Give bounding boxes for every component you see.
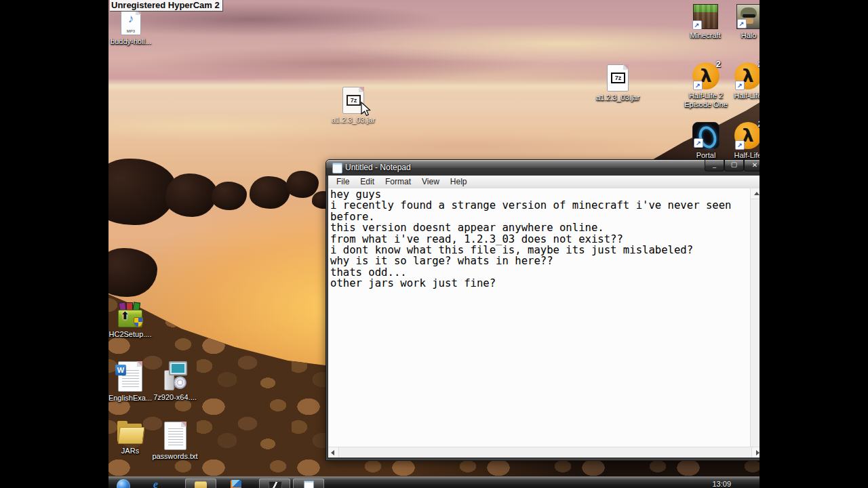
hypercam-watermark: Unregistered HyperCam 2 bbox=[110, 0, 223, 12]
scroll-left-button[interactable] bbox=[328, 447, 339, 458]
shortcut-arrow-icon: ↗ bbox=[737, 19, 747, 28]
halo-master-chief-icon: ↗ bbox=[736, 4, 760, 29]
start-button[interactable] bbox=[117, 479, 130, 488]
taskbar-button-folder[interactable] bbox=[185, 479, 216, 488]
folder-front bbox=[117, 427, 144, 444]
lambda-icon: λ 2 ↗ bbox=[734, 62, 760, 89]
scroll-right-button[interactable] bbox=[751, 447, 760, 458]
desktop-icon-halo[interactable]: ↗ Halo bbox=[723, 4, 760, 40]
menu-file[interactable]: File bbox=[331, 176, 355, 188]
installer-icon bbox=[162, 361, 188, 391]
notepad-window-icon bbox=[332, 163, 342, 174]
menu-help[interactable]: Help bbox=[445, 176, 473, 188]
minecraft-grass-block-icon: ↗ bbox=[693, 4, 718, 29]
hypercam-icon bbox=[269, 481, 282, 488]
folder-icon bbox=[195, 482, 207, 488]
page-fold bbox=[623, 64, 629, 70]
desktop-icon-jar[interactable]: 7z a1.2.3_03.jar bbox=[592, 64, 644, 102]
desktop-icon-passwords[interactable]: passwords.txt bbox=[149, 422, 201, 461]
rock-shape bbox=[212, 182, 247, 210]
notepad-titlebar[interactable]: Untitled - Notepad – ▢ ✕ bbox=[326, 160, 760, 176]
notepad-text-area[interactable]: hey guys i recently found a strange vers… bbox=[328, 188, 751, 447]
taskbar: e 13:09 bbox=[108, 476, 760, 488]
monitor-shape bbox=[169, 361, 187, 375]
shortcut-arrow-icon: ↗ bbox=[735, 140, 745, 150]
desktop-icon-half-life[interactable]: λ 2 ↗ Half-Life bbox=[722, 62, 760, 100]
mouse-cursor bbox=[361, 102, 371, 117]
taskbar-button-notepad[interactable] bbox=[293, 479, 324, 488]
desktop-wallpaper: Unregistered HyperCam 2 ♪ MP3 buddy-holl… bbox=[108, 0, 760, 488]
word-w-logo: W bbox=[115, 365, 126, 375]
portal-ring-icon: ↗ bbox=[692, 122, 719, 149]
menu-edit[interactable]: Edit bbox=[355, 176, 380, 188]
page-fold bbox=[137, 361, 142, 367]
internet-explorer-icon[interactable]: e bbox=[153, 479, 158, 488]
icon-label: buddy-holl... bbox=[108, 37, 157, 46]
notepad-text[interactable]: hey guys i recently found a strange vers… bbox=[328, 188, 751, 289]
shortcut-arrow-icon: ↗ bbox=[694, 138, 703, 148]
desktop-icon-half-life-2[interactable]: λ 2 ↗ Half-Life bbox=[722, 122, 760, 160]
folder-icon bbox=[116, 422, 144, 445]
media-player-icon[interactable] bbox=[231, 480, 241, 488]
vertical-scrollbar[interactable] bbox=[750, 188, 760, 447]
shortcut-arrow-icon: ↗ bbox=[735, 81, 745, 90]
icon-label: 7z920-x64.... bbox=[149, 393, 201, 402]
icon-label: Half-Life bbox=[722, 92, 760, 100]
minimize-button[interactable]: – bbox=[705, 160, 724, 171]
cd-disc-shape bbox=[174, 376, 186, 389]
icon-label: a1.2.3_03.jar bbox=[328, 116, 379, 125]
close-button[interactable]: ✕ bbox=[744, 160, 760, 171]
lambda-2-badge: 2 bbox=[716, 60, 721, 68]
desktop-icon-buddy-holly[interactable]: ♪ MP3 buddy-holl... bbox=[108, 9, 157, 46]
icon-label: passwords.txt bbox=[149, 452, 201, 461]
page-fold bbox=[359, 87, 364, 92]
desktop-icon-hc2setup[interactable]: ⬆ HC2Setup.... bbox=[108, 301, 156, 339]
maximize-button[interactable]: ▢ bbox=[724, 160, 744, 171]
rock-shape bbox=[108, 248, 157, 297]
up-arrow-icon: ⬆ bbox=[121, 310, 130, 322]
scroll-up-button[interactable] bbox=[751, 188, 760, 199]
screen: Unregistered HyperCam 2 ♪ MP3 buddy-holl… bbox=[0, 0, 868, 488]
visor-shape bbox=[743, 14, 755, 18]
left-black-bar bbox=[0, 0, 108, 488]
left-arrow-icon bbox=[331, 450, 334, 455]
7z-logo: 7z bbox=[611, 73, 625, 83]
rock-shape bbox=[165, 174, 217, 217]
icon-label: a1.2.3_03.jar bbox=[592, 94, 644, 102]
hypercam-setup-icon: ⬆ bbox=[117, 301, 144, 328]
horizontal-scrollbar[interactable] bbox=[328, 447, 760, 458]
menu-format[interactable]: Format bbox=[380, 176, 416, 188]
7z-logo: 7z bbox=[347, 95, 361, 106]
taskbar-button-hypercam[interactable] bbox=[259, 479, 290, 488]
notepad-client-area: File Edit Format View Help hey guys i re… bbox=[328, 176, 760, 458]
music-note-icon: ♪ bbox=[121, 13, 140, 24]
mp3-tag: MP3 bbox=[121, 29, 140, 33]
word-document-icon: W bbox=[118, 361, 142, 392]
window-title: Untitled - Notepad bbox=[345, 163, 411, 172]
up-arrow-icon bbox=[754, 192, 760, 195]
taskbar-clock[interactable]: 13:09 bbox=[712, 480, 731, 488]
notepad-menubar: File Edit Format View Help bbox=[328, 176, 760, 189]
text-file-icon bbox=[164, 422, 186, 450]
desktop-icon-7z-installer[interactable]: 7z920-x64.... bbox=[149, 361, 201, 402]
mp3-file-icon: ♪ MP3 bbox=[121, 9, 141, 35]
lambda-icon: λ 2 ↗ bbox=[734, 122, 760, 149]
7z-file-icon: 7z bbox=[607, 64, 629, 92]
icon-label: Halo bbox=[723, 31, 760, 40]
right-black-bar bbox=[760, 0, 868, 488]
icon-label: HC2Setup.... bbox=[108, 330, 156, 339]
notepad-window: Untitled - Notepad – ▢ ✕ File Edit Forma… bbox=[326, 159, 760, 461]
shortcut-arrow-icon: ↗ bbox=[692, 20, 702, 30]
document-lines bbox=[168, 426, 183, 446]
desktop-icon-jar-dragged[interactable]: 7z a1.2.3_03.jar bbox=[328, 87, 379, 125]
lambda-icon: λ 2 ↗ bbox=[692, 62, 719, 89]
notepad-icon bbox=[304, 481, 314, 488]
rock-shape bbox=[250, 176, 290, 209]
menu-view[interactable]: View bbox=[416, 176, 445, 188]
shortcut-arrow-icon: ↗ bbox=[693, 81, 703, 90]
